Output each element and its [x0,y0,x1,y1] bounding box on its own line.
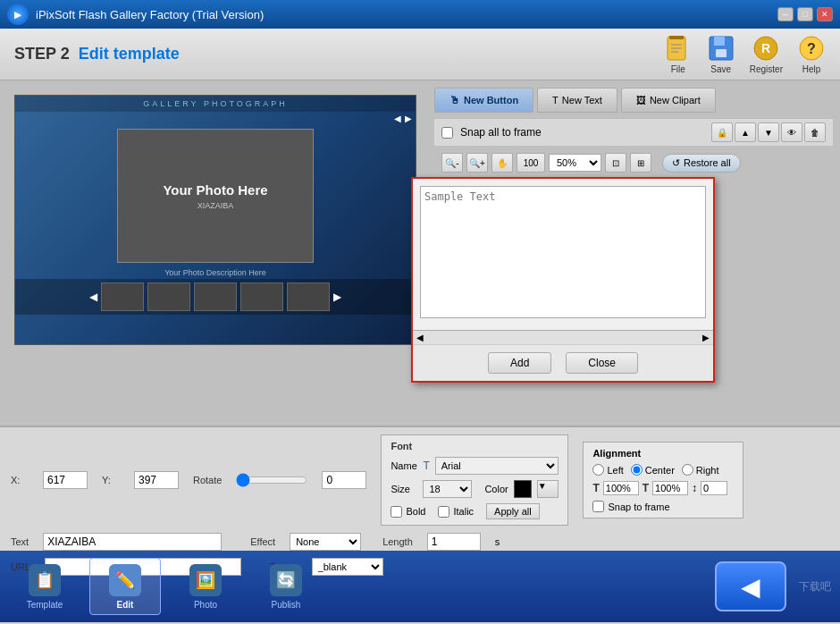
save-button[interactable]: Save [707,34,735,74]
zoom-100-btn[interactable]: 100 [517,153,545,173]
tab-new-text[interactable]: T New Text [537,88,617,113]
thumbnail-5[interactable] [287,282,330,311]
toolbar-icons: File Save R Register [664,34,826,74]
right-radio-label[interactable]: Right [682,464,719,476]
thumbnail-2[interactable] [147,282,190,311]
y-input[interactable] [134,471,179,489]
tab-new-text-label: New Text [562,95,602,105]
minimize-button[interactable]: ─ [777,7,794,21]
text-input[interactable] [43,533,222,551]
photo-area: Your Photo Here XIAZAIBA [15,125,416,266]
align-radio-row: Left Center Right [592,464,734,476]
thumbnail-3[interactable] [194,282,237,311]
thumbnail-1[interactable] [101,282,144,311]
dialog-textarea[interactable] [420,186,706,318]
help-icon: ? [797,34,826,63]
color-picker-btn[interactable]: ▼ [537,480,559,498]
tab-new-clipart[interactable]: 🖼 New Clipart [621,88,716,113]
target-select[interactable]: _blank _self _parent [312,558,383,576]
bold-label: Bold [406,506,425,517]
left-radio[interactable] [592,464,604,476]
bold-checkbox-label[interactable]: Bold [391,506,425,518]
effect-select[interactable]: None Fade Slide [290,533,361,551]
back-icon: ◀ [741,572,760,602]
snap-frame-label[interactable]: Snap to frame [592,501,734,512]
text-angle[interactable] [701,481,727,495]
rotate-input[interactable] [322,471,366,489]
tab-edit[interactable]: ✏️ Edit [89,558,161,615]
text-scale-x[interactable] [603,481,639,495]
file-button[interactable]: File [664,34,693,74]
font-name-select[interactable]: Arial Times New Roman Verdana [435,457,559,475]
up-btn[interactable]: ▲ [735,122,756,142]
zoom-select[interactable]: 25% 50% 75% 100% [549,154,601,172]
right-radio[interactable] [682,464,693,476]
register-button[interactable]: R Register [750,34,783,74]
thumbnail-4[interactable] [240,282,283,311]
tab-photo[interactable]: 🖼️ Photo [170,558,241,615]
close-button[interactable]: ✕ [817,7,833,21]
color-swatch[interactable] [514,480,532,498]
properties-area: X: Y: Rotate Font Name T Arial Times New… [0,426,840,551]
photo-placeholder-text: Your Photo Here [163,182,267,198]
scroll-left-arrow[interactable]: ◀ [413,333,427,342]
gallery-controls: ◀ ▶ [15,112,416,125]
delete-btn[interactable]: 🗑 [804,122,826,142]
length-input[interactable] [427,533,481,551]
snap-label: Snap all to frame [460,126,542,139]
italic-checkbox[interactable] [438,506,449,518]
maximize-button[interactable]: □ [797,7,813,21]
font-name-label: Name [391,460,417,471]
svg-text:?: ? [807,41,816,56]
font-icon: T [423,460,429,472]
edit-tab-label: Edit [117,600,134,610]
tab-bar: 🖱 New Button T New Text 🖼 New Clipart [434,88,833,113]
left-radio-label[interactable]: Left [592,464,623,476]
zoom-in-btn[interactable]: 🔍+ [466,153,488,173]
dialog-add-btn[interactable]: Add [488,352,551,374]
tab-template[interactable]: 📋 Template [9,558,80,615]
down-btn[interactable]: ▼ [758,122,779,142]
app-logo: ▶ [7,4,29,25]
align-percent-row: T T ↕ [592,481,734,495]
text-tab-icon: T [552,95,559,105]
svg-rect-1 [669,36,684,39]
tab-new-button[interactable]: 🖱 New Button [434,88,533,113]
help-label: Help [802,64,821,74]
font-size-select[interactable]: 12 18 24 36 [423,480,472,498]
thumb-prev-btn[interactable]: ◀ [89,291,97,303]
next-ctrl[interactable]: ▶ [405,114,412,123]
gallery-title: GALLERY PHOTOGRAPH [15,96,416,112]
eye-btn[interactable]: 👁 [781,122,802,142]
italic-checkbox-label[interactable]: Italic [438,506,474,518]
lock-btn[interactable]: 🔒 [711,122,733,142]
rotate-slider[interactable] [236,473,307,487]
tab-publish[interactable]: 🔄 Publish [250,558,322,615]
prev-ctrl[interactable]: ◀ [394,114,401,123]
text-scale-y[interactable] [652,481,688,495]
zoom-row: 🔍- 🔍+ ✋ 100 25% 50% 75% 100% ⊡ ⊞ ↺ Resto… [434,151,833,174]
length-label: Length [382,536,413,547]
apply-all-btn[interactable]: Apply all [486,503,540,519]
font-size-label: Size [391,484,417,494]
svg-text:R: R [761,41,770,55]
zoom-out-btn[interactable]: 🔍- [441,153,463,173]
bold-checkbox[interactable] [391,506,402,518]
zoom-move-btn[interactable]: ✋ [491,153,513,173]
dialog-close-btn[interactable]: Close [566,352,638,374]
back-nav-btn[interactable]: ◀ [715,561,786,611]
register-icon: R [752,34,780,63]
restore-all-btn[interactable]: ↺ Restore all [662,154,741,173]
snap-frame-checkbox[interactable] [592,501,604,512]
center-radio-label[interactable]: Center [631,464,675,476]
scroll-right-arrow[interactable]: ▶ [699,333,713,342]
snap-checkbox[interactable] [441,127,453,139]
tab-new-clipart-label: New Clipart [650,95,701,105]
center-radio[interactable] [631,464,643,476]
zoom-fit-btn[interactable]: ⊡ [605,153,626,173]
help-button[interactable]: ? Help [797,34,826,74]
x-input[interactable] [43,471,88,489]
title-bar: ▶ iPixSoft Flash Gallery Factory (Trial … [0,0,840,29]
thumb-next-btn[interactable]: ▶ [333,291,341,303]
zoom-fill-btn[interactable]: ⊞ [630,153,651,173]
